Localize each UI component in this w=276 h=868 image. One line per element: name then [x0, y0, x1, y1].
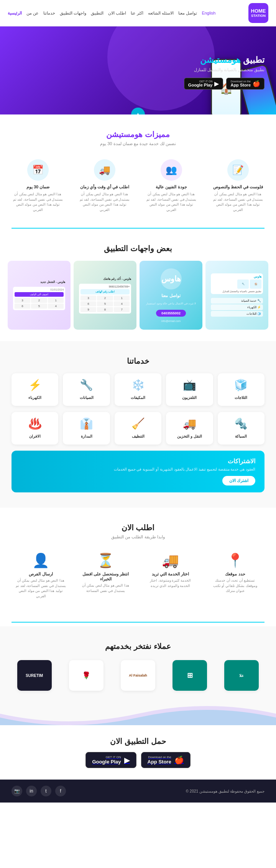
app-screens-section: بعض واجهات التطبيق هاوس 🏠 🔧 تطبيق تخصص ب… — [0, 232, 276, 341]
services-section: خدماتنا 🧊 الثلاجات 📺 التلفزيون ❄️ المكيف… — [0, 341, 276, 508]
nav-app[interactable]: التطبيق — [91, 11, 104, 16]
footer-copyright: جميع الحقوق محفوظة لتطبيق هومستيشن 2021 … — [186, 789, 264, 793]
order-desc-2: هذا النص هو مثال لنص يمكن أن يستبدل في ن… — [80, 583, 131, 593]
nav-faq[interactable]: الاسئله الشائعه — [148, 11, 174, 16]
app-store-small-text: Download on the — [230, 80, 251, 83]
service-card-ac[interactable]: ❄️ المكيفات — [115, 373, 161, 406]
order-grid: 📍 حدد موقعك تستطيع أن تحدد أن خدمتك وموق… — [12, 549, 264, 603]
scroll-up-button[interactable]: ▲ — [131, 108, 145, 114]
service-name-elec: الكهرباء — [28, 396, 41, 400]
google-play-button[interactable]: ▶ GET IT ON Google Play — [184, 78, 223, 90]
feature-icon-3: 📅 — [27, 159, 49, 181]
social-twitter-icon[interactable]: t — [41, 786, 51, 796]
order-subtitle: وابدا طريقة الطلب من التطبيق — [12, 535, 264, 539]
nav-about[interactable]: عن من — [26, 11, 39, 16]
screen-3-title: هاوس - أكد رقم هاتفك — [79, 277, 131, 281]
app-screen-4: هاوس - الشغل جديد 01/01/2024 اضيف الى ال… — [8, 261, 71, 330]
footer-social: f t in 📷 — [12, 786, 66, 796]
service-name-clean: التنظيف — [132, 434, 145, 438]
nav-contact[interactable]: تواصل معنا — [178, 11, 197, 16]
clients-grid: علا ⊞ Al Faisalah 🌹 SURETIM — [12, 660, 264, 691]
service-card-plumb[interactable]: 🔩 السباكة — [218, 412, 264, 445]
services-title: خدماتنا — [12, 356, 264, 366]
download-buttons: 🍎 Download on the App Store ▶ GET IT ON … — [12, 752, 264, 768]
download-google-play-icon: ▶ — [124, 755, 130, 765]
services-grid-bottom: 🔩 السباكة 🚚 النقل و التخزين 🧹 التنظيف 👔 … — [12, 412, 264, 445]
subscription-button[interactable]: اشترك الان — [222, 476, 255, 485]
screen-2-desc: لا تتردد في الاتصال بنا في حالة وجود است… — [146, 302, 196, 305]
service-card-clean[interactable]: 🧹 التنظيف — [115, 412, 161, 445]
google-play-big-text: Google Play — [188, 83, 213, 87]
service-card-iron[interactable]: 👔 المدارة — [63, 412, 110, 445]
google-play-texts: GET IT ON Google Play — [188, 80, 213, 87]
feature-card-2: 🚚 اطلب في أي وقت وأي زمان هذا النص هو مث… — [74, 155, 135, 216]
screen-2-email: info@email.com — [161, 320, 181, 322]
nav-services[interactable]: خدماتنا — [43, 11, 55, 16]
screen-2-phone[interactable]: 0403555002 — [156, 310, 186, 317]
order-icon-3: 👤 — [15, 553, 66, 569]
store-buttons-container: 🍎 Download on the App Store ▶ GET IT ON … — [12, 78, 264, 90]
social-facebook-icon[interactable]: f — [55, 786, 66, 796]
service-icon-repair: 🔧 — [66, 379, 107, 391]
client-logo-2: Al Faisalah — [121, 660, 155, 691]
service-card-move[interactable]: 🚚 النقل و التخزين — [166, 412, 213, 445]
hero-title-highlight: هومستيشن — [200, 55, 241, 65]
client-logo-text-1: ⊞ — [186, 670, 194, 681]
feature-title-1: جودة الفنيين عالية — [145, 185, 198, 190]
nav-english[interactable]: English — [202, 11, 215, 15]
feature-icon-0: 📝 — [227, 159, 249, 181]
feature-card-0: 📝 فلوست في الحفظ والنصوص هذا النص هو مثا… — [208, 155, 268, 216]
order-title: اطلب الان — [12, 523, 264, 532]
feature-card-1: 👥 جودة الفنيين عالية هذا النص هو مثال لن… — [141, 155, 202, 216]
app-screens-title: بعض واجهات التطبيق — [8, 244, 268, 253]
service-card-elec[interactable]: ⚡ الكهرباء — [12, 373, 58, 406]
screen-2-cta: تواصل معنا — [161, 293, 180, 298]
order-card-0: 📍 حدد موقعك تستطيع أن تحدد أن خدمتك وموق… — [206, 549, 264, 603]
logo-container[interactable]: HOME STATION — [248, 3, 268, 23]
download-google-play-button[interactable]: ▶ GET IT ON Google Play — [85, 752, 136, 768]
app-store-button[interactable]: 🍎 Download on the App Store — [226, 78, 264, 90]
social-instagram-icon[interactable]: 📷 — [12, 786, 22, 796]
order-icon-1: 🚚 — [145, 553, 196, 569]
feature-title-0: فلوست في الحفظ والنصوص — [212, 185, 264, 190]
download-app-store-button[interactable]: 🍎 Download on the App Store — [141, 752, 191, 768]
download-app-store-big: App Store — [148, 759, 171, 765]
nav-home[interactable]: الرئيسية — [8, 11, 22, 16]
service-name-fridges: الثلاجات — [235, 396, 247, 400]
service-card-tv[interactable]: 📺 التلفزيون — [166, 373, 213, 406]
social-linkedin-icon[interactable]: in — [26, 786, 37, 796]
service-card-fridges[interactable]: 🧊 الثلاجات — [218, 373, 264, 406]
screens-grid: هاوس 🏠 🔧 تطبيق تخصص بالصيانة والتشغيل لل… — [8, 261, 268, 330]
navbar: HOME STATION English تواصل معنا الاسئله … — [0, 0, 276, 26]
service-icon-clean: 🧹 — [118, 417, 158, 430]
client-logo-3: 🌹 — [69, 660, 104, 691]
screen-4-content: هاوس - الشغل جديد 01/01/2024 اضيف الى ال… — [8, 261, 71, 330]
screen-3-content: هاوس - أكد رقم هاتفك +9660123456789 اطلب… — [74, 261, 136, 330]
download-apple-icon: 🍎 — [174, 755, 184, 765]
screen-list-item: 🧊 الثلاجات — [211, 311, 263, 317]
service-card-oven[interactable]: ♨️ الافران — [12, 412, 58, 445]
nav-order[interactable]: اطلب الان — [108, 11, 126, 16]
feature-title-2: اطلب في أي وقت وأي زمان — [78, 185, 131, 190]
service-icon-move: 🚚 — [169, 417, 210, 430]
service-icon-plumb: 🔩 — [221, 417, 261, 430]
nav-app-screens[interactable]: واجهات التطبيق — [60, 11, 86, 16]
app-screen-3: هاوس - أكد رقم هاتفك +9660123456789 اطلب… — [74, 261, 136, 330]
nav-about-more[interactable]: اكثر عنا — [131, 11, 143, 16]
screen-4-form: 01/01/2024 اضيف الى اليايف 1 2 3 4 5 6 — [13, 287, 66, 310]
feature-desc-2: هذا النص هو مثال لنص يمكن أن يستبدل في ن… — [78, 192, 131, 213]
logo-station: STATION — [251, 14, 266, 18]
features-subtitle: نضمن لك خدمة جيدة مع ضمان لمدة 30 يوم — [8, 141, 268, 146]
order-icon-2: ⏳ — [80, 553, 131, 569]
hero-title: تطبيق هومستيشن — [12, 55, 264, 65]
service-card-repair[interactable]: 🔧 الصيانات — [63, 373, 110, 406]
order-title-3: ارسال الفرص — [15, 572, 66, 577]
service-name-repair: الصيانات — [80, 396, 94, 400]
client-logo-text-0: علا — [238, 672, 245, 679]
client-logo-4: SURETIM — [17, 660, 52, 691]
features-section: مميزات هومستيشن نضمن لك خدمة جيدة مع ضما… — [0, 114, 276, 224]
order-icon-0: 📍 — [210, 553, 261, 569]
screen-1-panel: هاوس 🏠 🔧 تطبيق تخصص بالصيانة والتشغيل لل… — [211, 273, 263, 294]
download-title: حمل التطبيق الان — [12, 737, 264, 746]
download-section: حمل التطبيق الان 🍎 Download on the App S… — [0, 725, 276, 780]
